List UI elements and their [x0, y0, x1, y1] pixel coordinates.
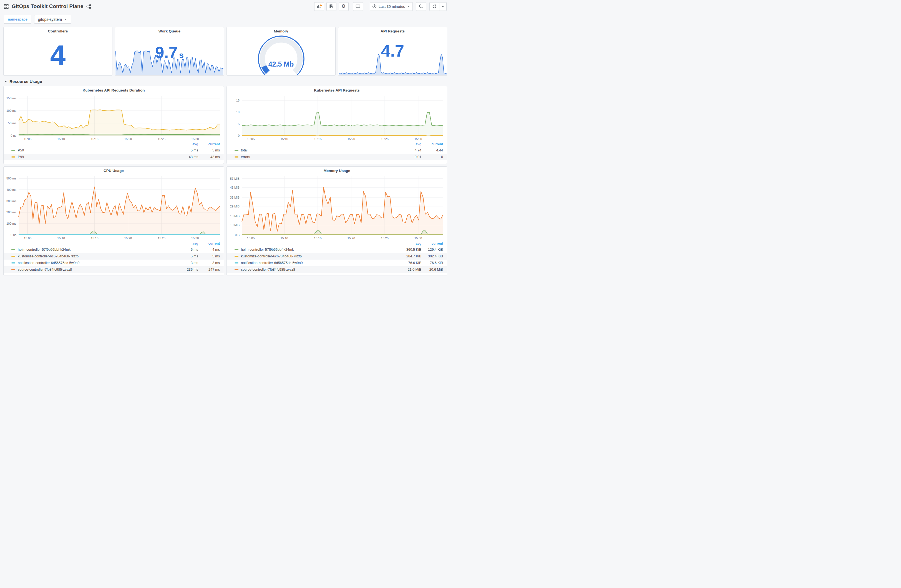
legend-swatch-icon[interactable] — [11, 156, 15, 157]
svg-text:15:10: 15:10 — [281, 137, 288, 141]
panel-title[interactable]: Memory Usage — [227, 167, 447, 174]
legend-avg-value: 284.7 KiB — [400, 254, 421, 258]
svg-text:15:15: 15:15 — [314, 137, 322, 141]
refresh-button[interactable] — [429, 2, 440, 11]
legend-row: source-controller-7fb84fc985-zvsz8236 ms… — [4, 266, 224, 273]
legend-current-value: 5 ms — [198, 254, 220, 258]
legend-series-label[interactable]: helm-controller-57f9b56bbf-k24mk — [235, 248, 400, 252]
panel-title[interactable]: Work Queue — [115, 27, 224, 34]
panel-k8s-api-requests: Kubernetes API Requests 15:0515:1015:151… — [226, 86, 447, 164]
panel-title[interactable]: CPU Usage — [4, 167, 224, 174]
panel-memory: Memory 42.5 Mb — [226, 27, 335, 76]
legend-current-value: 302.4 KiB — [421, 254, 443, 258]
svg-text:19 MiB: 19 MiB — [230, 215, 240, 218]
legend-series-label[interactable]: helm-controller-57f9b56bbf-k24mk — [11, 248, 176, 252]
legend-sort-current[interactable]: current — [198, 142, 220, 146]
legend-swatch-icon[interactable] — [235, 156, 238, 157]
variable-value-dropdown[interactable]: gitops-system — [34, 15, 71, 23]
save-dashboard-button[interactable] — [326, 2, 337, 11]
cpu-chart[interactable]: 15:0515:1015:1515:2015:2515:300 ns100 ms… — [4, 174, 224, 241]
variable-label: namespace — [4, 15, 31, 23]
legend-series-label[interactable]: P50 — [11, 148, 176, 152]
add-panel-button[interactable] — [314, 2, 324, 11]
svg-text:0: 0 — [238, 134, 240, 137]
legend-sort-avg[interactable]: avg — [176, 142, 198, 146]
svg-text:15:05: 15:05 — [247, 137, 255, 141]
zoom-out-icon — [419, 4, 423, 9]
legend-avg-value: 48 ms — [176, 155, 198, 159]
svg-text:15:25: 15:25 — [157, 137, 165, 141]
time-range-picker[interactable]: Last 30 minutes — [370, 2, 413, 11]
legend-header: avgcurrent — [4, 241, 224, 246]
duration-legend: avgcurrentP505 ms5 msP9948 ms43 ms — [4, 141, 224, 160]
chevron-down-icon — [441, 5, 444, 8]
legend-swatch-icon[interactable] — [11, 256, 15, 257]
legend-current-value: 247 ms — [198, 268, 220, 272]
legend-sort-current[interactable]: current — [421, 142, 443, 146]
add-panel-icon — [317, 4, 322, 9]
svg-text:100 ms: 100 ms — [6, 222, 17, 225]
panel-title[interactable]: Kubernetes API Requests Duration — [4, 86, 224, 93]
duration-chart[interactable]: 15:0515:1015:1515:2015:2515:300 ns50 ms1… — [4, 93, 224, 141]
requests-chart[interactable]: 15:0515:1015:1515:2015:2515:30051015 — [227, 93, 447, 141]
panel-title[interactable]: Controllers — [4, 27, 112, 34]
legend-sort-avg[interactable]: avg — [400, 241, 421, 246]
svg-text:300 ms: 300 ms — [6, 199, 17, 203]
svg-text:400 ms: 400 ms — [6, 188, 17, 191]
legend-swatch-icon[interactable] — [11, 249, 15, 250]
cycle-view-button[interactable] — [353, 2, 363, 11]
row-title: Resource Usage — [9, 79, 42, 84]
svg-text:15:05: 15:05 — [24, 236, 32, 240]
cpu-legend: avgcurrenthelm-controller-57f9b56bbf-k24… — [4, 241, 224, 273]
legend-row: errors0.010 — [227, 154, 447, 160]
svg-text:5: 5 — [238, 122, 240, 126]
legend-series-label[interactable]: total — [235, 148, 400, 152]
legend-sort-avg[interactable]: avg — [176, 241, 198, 246]
legend-swatch-icon[interactable] — [235, 249, 238, 250]
legend-series-label[interactable]: source-controller-7fb84fc985-zvsz8 — [11, 268, 176, 272]
svg-text:15:05: 15:05 — [247, 236, 255, 240]
legend-row: helm-controller-57f9b56bbf-k24mk360.5 Ki… — [227, 246, 447, 253]
legend-sort-avg[interactable]: avg — [400, 142, 421, 146]
refresh-interval-button[interactable] — [440, 2, 447, 11]
legend-swatch-icon[interactable] — [235, 256, 238, 257]
legend-swatch-icon[interactable] — [235, 262, 238, 263]
legend-sort-current[interactable]: current — [198, 241, 220, 246]
legend-swatch-icon[interactable] — [235, 269, 238, 270]
legend-series-label[interactable]: errors — [235, 155, 400, 159]
cycle-view-icon — [355, 4, 360, 9]
legend-series-label[interactable]: notification-controller-6d56575dc-5w9n9 — [11, 261, 176, 265]
stat-value: 4 — [4, 41, 112, 69]
zoom-out-button[interactable] — [416, 2, 426, 11]
legend-series-label[interactable]: P99 — [11, 155, 176, 159]
legend-series-label[interactable]: notification-controller-6d56575dc-5w9n9 — [235, 261, 400, 265]
chevron-down-icon — [4, 79, 8, 83]
memory-gauge — [252, 34, 310, 76]
legend-swatch-icon[interactable] — [11, 262, 15, 263]
stat-row: Controllers 4 Work Queue 9.7s Memory 42.… — [3, 27, 447, 76]
legend-swatch-icon[interactable] — [11, 269, 15, 270]
legend-row: kustomize-controller-6c6784b468-7kzfp5 m… — [4, 253, 224, 260]
refresh-icon — [432, 4, 436, 9]
legend-swatch-icon[interactable] — [11, 150, 15, 151]
panel-title[interactable]: Kubernetes API Requests — [227, 86, 447, 93]
legend-sort-current[interactable]: current — [421, 241, 443, 246]
legend-series-label[interactable]: kustomize-controller-6c6784b468-7kzfp — [11, 254, 176, 258]
share-icon[interactable] — [86, 4, 91, 9]
svg-text:15:15: 15:15 — [91, 236, 98, 240]
variable-value: gitops-system — [38, 17, 62, 22]
legend-current-value: 129.4 KiB — [421, 248, 443, 252]
dashboard-apps-icon[interactable] — [4, 4, 9, 9]
panel-title[interactable]: API Requests — [338, 27, 447, 34]
legend-series-label[interactable]: source-controller-7fb84fc985-zvsz8 — [235, 268, 400, 272]
legend-avg-value: 3 ms — [176, 261, 198, 265]
time-range-label: Last 30 minutes — [379, 5, 405, 9]
legend-swatch-icon[interactable] — [235, 150, 238, 151]
legend-row: kustomize-controller-6c6784b468-7kzfp284… — [227, 253, 447, 260]
memory-chart[interactable]: 15:0515:1015:1515:2015:2515:300 B10 MiB1… — [227, 174, 447, 241]
svg-text:200 ms: 200 ms — [6, 210, 17, 214]
dashboard-settings-button[interactable]: ⚙ — [339, 2, 349, 11]
legend-series-label[interactable]: kustomize-controller-6c6784b468-7kzfp — [235, 254, 400, 258]
panel-title[interactable]: Memory — [227, 27, 335, 34]
row-toggle-resource-usage[interactable]: Resource Usage — [4, 79, 447, 84]
